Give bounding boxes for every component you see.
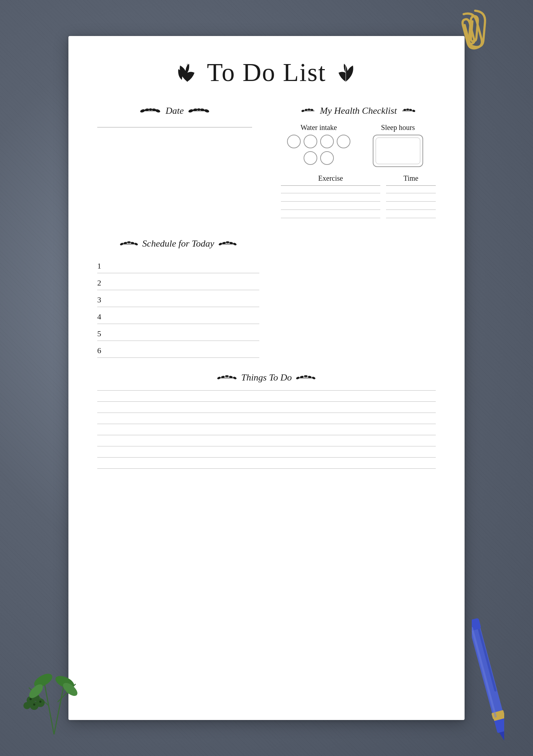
exercise-line-2 (281, 201, 380, 202)
health-left-leaves (301, 107, 315, 115)
water-circle-1[interactable] (287, 135, 301, 148)
date-line (97, 127, 252, 127)
exercise-row-1 (281, 187, 436, 195)
schedule-num-4: 4 (97, 312, 104, 321)
svg-point-39 (305, 109, 308, 111)
time-line-1 (386, 193, 436, 193)
exercise-header-line-2 (386, 185, 436, 186)
water-circle-5[interactable] (304, 151, 317, 165)
pen-decoration (472, 601, 504, 752)
svg-point-68 (304, 375, 308, 377)
main-title: To Do List (207, 58, 326, 87)
health-title: My Health Checklist (320, 105, 397, 116)
date-title: Date (166, 105, 184, 116)
health-right-leaves (401, 107, 416, 115)
exercise-line-1 (281, 193, 380, 193)
exercise-header-lines (281, 184, 436, 186)
schedule-num-1: 1 (97, 261, 104, 271)
svg-point-45 (409, 109, 412, 111)
schedule-item-1: 1 (97, 256, 259, 273)
schedule-num-6: 6 (97, 346, 104, 355)
schedule-item-6: 6 (97, 341, 259, 358)
exercise-rows (281, 187, 436, 220)
water-circles (281, 135, 357, 165)
things-header: Things To Do (97, 372, 436, 383)
page-title-section: To Do List (97, 58, 436, 87)
schedule-list: 1 2 3 4 5 6 (97, 256, 259, 358)
time-line-4 (386, 218, 436, 218)
things-title: Things To Do (241, 372, 292, 383)
svg-point-56 (226, 241, 229, 243)
svg-point-15 (30, 698, 32, 700)
ruled-line-8 (97, 468, 436, 469)
time-line-3 (386, 210, 436, 210)
top-section: Date (97, 105, 436, 220)
date-left-leaves (140, 107, 161, 115)
water-circle-6[interactable] (320, 151, 334, 165)
middle-section: Schedule for Today 1 (97, 235, 436, 358)
paper-document: To Do List (68, 36, 465, 720)
ruled-line-3 (97, 413, 436, 413)
health-header: My Health Checklist (281, 105, 436, 116)
svg-rect-16 (472, 623, 504, 723)
schedule-right-leaves (219, 240, 237, 248)
time-label: Time (386, 174, 436, 183)
things-right-leaves (296, 374, 316, 382)
svg-point-41 (310, 109, 314, 111)
schedule-num-2: 2 (97, 278, 104, 288)
svg-line-1 (54, 680, 65, 734)
schedule-item-4: 4 (97, 307, 259, 324)
ruled-line-5 (97, 435, 436, 435)
svg-point-40 (308, 109, 310, 111)
schedule-left-leaves (120, 240, 138, 248)
ruled-line-2 (97, 401, 436, 402)
exercise-line-4 (281, 218, 380, 218)
water-label: Water intake (281, 123, 357, 132)
schedule-item-5: 5 (97, 324, 259, 341)
left-leaf-icon (175, 60, 200, 85)
health-column: My Health Checklist Water intake Sleep h… (274, 105, 436, 220)
health-row-labels: Water intake Sleep hours (281, 123, 436, 132)
plant-decoration (14, 634, 94, 742)
things-section: Things To Do (97, 372, 436, 469)
svg-point-34 (197, 108, 201, 111)
right-leaf-icon (333, 60, 358, 85)
exercise-header-line-1 (281, 185, 380, 186)
water-circle-3[interactable] (320, 135, 334, 148)
paperclip-decoration (447, 9, 497, 52)
water-circle-2[interactable] (304, 135, 317, 148)
ruled-line-6 (97, 446, 436, 446)
exercise-label: Exercise (281, 174, 380, 183)
svg-point-13 (33, 703, 35, 706)
schedule-header: Schedule for Today (97, 238, 259, 249)
exercise-row-2 (281, 195, 436, 204)
schedule-section: Schedule for Today 1 (97, 238, 259, 358)
svg-point-28 (149, 108, 152, 111)
date-input-area (97, 127, 252, 127)
sleep-hours-box[interactable] (373, 135, 423, 167)
ruled-line-7 (97, 457, 436, 458)
exercise-header: Exercise Time (281, 174, 436, 183)
schedule-item-3: 3 (97, 290, 259, 307)
ruled-line-1 (97, 390, 436, 391)
exercise-line-3 (281, 210, 380, 210)
ruled-lines (97, 390, 436, 469)
svg-marker-21 (499, 731, 504, 744)
svg-point-62 (225, 375, 229, 377)
svg-point-14 (39, 701, 41, 703)
schedule-item-2: 2 (97, 273, 259, 290)
schedule-num-3: 3 (97, 295, 104, 305)
water-circle-4[interactable] (337, 135, 350, 148)
things-left-leaves (217, 374, 237, 382)
health-circles-row (281, 135, 436, 167)
schedule-num-5: 5 (97, 329, 104, 338)
date-header: Date (97, 105, 252, 116)
schedule-title: Schedule for Today (142, 238, 214, 249)
exercise-row-4 (281, 212, 436, 220)
exercise-row-3 (281, 204, 436, 212)
time-line-2 (386, 201, 436, 202)
exercise-section: Exercise Time (281, 174, 436, 220)
ruled-line-4 (97, 424, 436, 424)
date-right-leaves (188, 107, 210, 115)
svg-point-44 (406, 109, 409, 111)
